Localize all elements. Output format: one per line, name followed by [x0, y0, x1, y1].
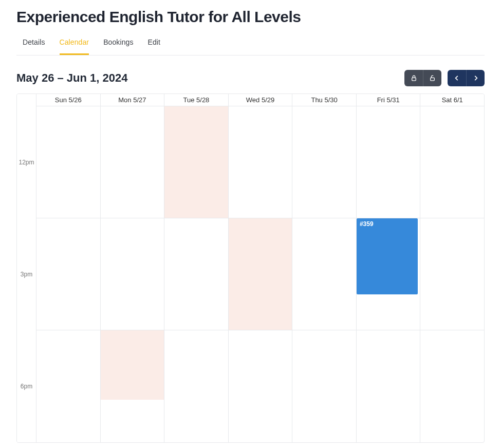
- next-week-button[interactable]: [466, 70, 485, 86]
- calendar-cell[interactable]: [357, 106, 421, 218]
- lock-icon: [411, 74, 417, 82]
- calendar-cell[interactable]: [420, 106, 484, 218]
- calendar-cell[interactable]: [101, 218, 165, 330]
- unlock-icon: [429, 74, 436, 82]
- calendar-row: 3pm#359: [17, 218, 484, 330]
- unlock-button[interactable]: [423, 70, 441, 86]
- day-header: Fri 5/31: [357, 94, 421, 106]
- blocked-slot[interactable]: [101, 330, 164, 400]
- day-header: Wed 5/29: [229, 94, 293, 106]
- calendar-cell[interactable]: [420, 218, 484, 330]
- calendar-cell[interactable]: [229, 106, 293, 218]
- booking-event[interactable]: #359: [357, 218, 418, 294]
- prev-week-button[interactable]: [448, 70, 466, 86]
- tab-calendar[interactable]: Calendar: [60, 33, 89, 55]
- chevron-right-icon: [472, 74, 479, 82]
- time-label: 6pm: [17, 330, 36, 442]
- calendar-row: 12pm: [17, 106, 484, 218]
- lock-button-group: [404, 70, 441, 86]
- calendar-toolbar: May 26 – Jun 1, 2024: [16, 70, 485, 86]
- tabs: Details Calendar Bookings Edit: [16, 33, 485, 55]
- tab-edit[interactable]: Edit: [148, 33, 161, 55]
- calendar-cell[interactable]: [36, 218, 101, 330]
- calendar-cell[interactable]: [292, 330, 357, 442]
- calendar-header: Sun 5/26 Mon 5/27 Tue 5/28 Wed 5/29 Thu …: [17, 94, 484, 106]
- header-time-gutter: [17, 94, 36, 106]
- calendar-cell[interactable]: [292, 218, 357, 330]
- blocked-slot[interactable]: [164, 106, 228, 218]
- calendar-cell[interactable]: #359: [357, 218, 421, 330]
- calendar-cell[interactable]: [420, 330, 484, 442]
- nav-button-group: [448, 70, 485, 86]
- svg-rect-1: [431, 78, 435, 80]
- day-header: Thu 5/30: [292, 94, 357, 106]
- calendar-cell[interactable]: [292, 106, 357, 218]
- calendar: Sun 5/26 Mon 5/27 Tue 5/28 Wed 5/29 Thu …: [16, 94, 485, 443]
- calendar-cell[interactable]: [101, 106, 165, 218]
- svg-rect-0: [412, 78, 416, 80]
- calendar-body: 12pm3pm#3596pm: [17, 106, 484, 442]
- calendar-cell[interactable]: [101, 330, 165, 442]
- lock-button[interactable]: [404, 70, 423, 86]
- day-header: Mon 5/27: [101, 94, 165, 106]
- tab-details[interactable]: Details: [23, 33, 45, 55]
- calendar-cell[interactable]: [357, 330, 421, 442]
- calendar-cell[interactable]: [36, 106, 101, 218]
- day-header: Sun 5/26: [36, 94, 101, 106]
- calendar-cell[interactable]: [229, 330, 293, 442]
- calendar-row: 6pm: [17, 330, 484, 442]
- day-header: Sat 6/1: [420, 94, 484, 106]
- time-label: 3pm: [17, 218, 36, 330]
- calendar-cell[interactable]: [36, 330, 101, 442]
- calendar-cell[interactable]: [229, 218, 293, 330]
- day-header: Tue 5/28: [164, 94, 229, 106]
- blocked-slot[interactable]: [229, 218, 292, 330]
- calendar-cell[interactable]: [164, 218, 229, 330]
- date-range: May 26 – Jun 1, 2024: [16, 71, 127, 85]
- calendar-cell[interactable]: [164, 330, 229, 442]
- toolbar-actions: [404, 70, 485, 86]
- page-title: Experienced English Tutor for All Levels: [16, 8, 485, 26]
- chevron-left-icon: [453, 74, 460, 82]
- time-label: 12pm: [17, 106, 36, 218]
- calendar-cell[interactable]: [164, 106, 229, 218]
- tab-bookings[interactable]: Bookings: [103, 33, 133, 55]
